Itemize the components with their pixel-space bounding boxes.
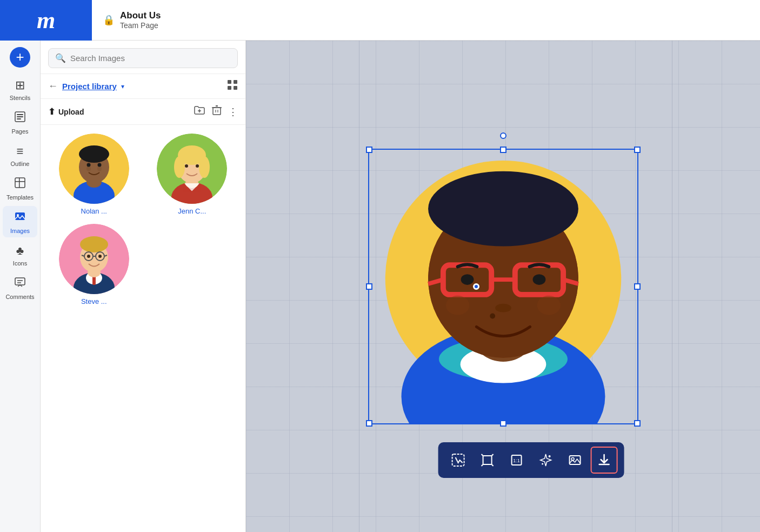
replace-image-button[interactable] <box>561 447 588 474</box>
svg-point-47 <box>80 236 108 252</box>
handle-top-right[interactable] <box>634 147 641 153</box>
images-grid: Nolan ... <box>41 125 245 314</box>
svg-point-73 <box>537 295 561 315</box>
svg-point-53 <box>87 255 90 258</box>
canvas-vline-2 <box>672 41 672 532</box>
library-panel: 🔍 ← Project library ▾ ⬆ Upload <box>41 41 246 532</box>
svg-point-71 <box>490 313 495 318</box>
search-input[interactable] <box>70 54 231 63</box>
library-dropdown-arrow[interactable]: ▾ <box>121 83 124 90</box>
jenn-thumb <box>157 134 227 204</box>
selection-border <box>368 149 638 424</box>
new-folder-button[interactable] <box>194 104 205 119</box>
upload-button[interactable]: ⬆ Upload <box>48 107 84 117</box>
handle-top-left[interactable] <box>366 147 372 153</box>
stencils-icon: ⊞ <box>15 78 25 92</box>
handle-middle-left[interactable] <box>366 283 372 290</box>
canvas-selected-image[interactable] <box>368 149 638 424</box>
sidebar-item-icons[interactable]: ♣ Icons <box>3 240 37 270</box>
handle-rotate[interactable] <box>500 132 506 139</box>
svg-point-31 <box>97 163 101 167</box>
svg-point-68 <box>461 274 474 285</box>
sidebar-item-outline[interactable]: ≡ Outline <box>3 140 37 170</box>
upload-bar: ⬆ Upload ⋮ <box>41 99 245 125</box>
handle-middle-right[interactable] <box>634 283 641 290</box>
back-button[interactable]: ← <box>48 81 58 92</box>
canvas-toolbar: 1:1 <box>438 442 624 478</box>
svg-text:1:1: 1:1 <box>513 458 520 463</box>
crop-button[interactable] <box>474 447 501 474</box>
svg-line-79 <box>491 454 493 456</box>
svg-line-76 <box>481 454 483 456</box>
svg-point-27 <box>79 145 109 163</box>
handle-top-center[interactable] <box>500 147 506 153</box>
search-bar-container: 🔍 <box>41 41 245 74</box>
plus-icon: + <box>16 50 24 64</box>
upload-label: Upload <box>58 108 84 116</box>
smart-select-button[interactable] <box>444 447 471 474</box>
canvas-avatar-svg <box>369 150 637 423</box>
sidebar-item-pages[interactable]: Pages <box>3 107 37 138</box>
comments-icon <box>14 276 26 291</box>
handle-bottom-center[interactable] <box>500 420 506 427</box>
canvas-area: 1:1 <box>246 41 760 532</box>
svg-point-69 <box>532 274 545 285</box>
pages-icon <box>14 111 26 126</box>
svg-rect-13 <box>234 80 237 84</box>
add-button[interactable]: + <box>10 47 30 68</box>
top-bar: m 🔒 About Us Team Page <box>0 0 760 41</box>
nolan-thumb <box>59 134 129 204</box>
templates-icon <box>14 177 26 192</box>
svg-point-62 <box>428 171 578 246</box>
svg-rect-12 <box>228 80 231 84</box>
list-item[interactable]: Jenn C... <box>148 134 237 215</box>
list-item[interactable]: Nolan ... <box>49 134 139 215</box>
svg-rect-75 <box>483 456 491 464</box>
sidebar-item-templates[interactable]: Templates <box>3 172 37 204</box>
library-header: ← Project library ▾ <box>41 74 245 99</box>
grid-view-button[interactable] <box>227 79 238 93</box>
icons-icon: ♣ <box>16 244 24 258</box>
svg-point-38 <box>199 156 210 178</box>
page-subtitle: Team Page <box>120 21 161 30</box>
svg-rect-9 <box>15 278 25 285</box>
handle-bottom-right[interactable] <box>634 420 641 427</box>
download-button[interactable] <box>590 447 617 474</box>
magic-button[interactable] <box>532 447 559 474</box>
svg-rect-5 <box>15 181 25 182</box>
svg-rect-3 <box>17 118 21 119</box>
logo-area: m <box>0 0 92 41</box>
upload-icon: ⬆ <box>48 107 55 117</box>
sidebar-item-stencils[interactable]: ⊞ Stencils <box>3 74 37 104</box>
svg-line-78 <box>481 464 483 466</box>
ratio-button[interactable]: 1:1 <box>503 447 530 474</box>
library-title[interactable]: Project library <box>62 82 117 91</box>
header-titles: About Us Team Page <box>120 10 161 30</box>
more-options-button[interactable]: ⋮ <box>228 106 238 118</box>
project-title: About Us <box>120 10 161 21</box>
header-info: 🔒 About Us Team Page <box>92 10 161 30</box>
icons-label: Icons <box>13 260 27 267</box>
search-icon: 🔍 <box>55 53 66 63</box>
svg-line-77 <box>491 464 493 466</box>
stencils-label: Stencils <box>10 95 31 101</box>
svg-point-72 <box>445 295 469 315</box>
sidebar-icons: + ⊞ Stencils Pages ≡ Outline Templates <box>0 41 41 532</box>
comments-label: Comments <box>5 294 34 300</box>
sidebar-item-comments[interactable]: Comments <box>3 272 37 303</box>
svg-rect-14 <box>228 86 231 90</box>
pages-label: Pages <box>11 128 28 135</box>
handle-bottom-left[interactable] <box>366 420 372 427</box>
steve-thumb <box>59 224 129 294</box>
svg-point-82 <box>548 455 550 457</box>
svg-rect-1 <box>17 114 23 115</box>
handle-center[interactable] <box>473 283 479 290</box>
list-item[interactable]: Steve ... <box>49 224 139 305</box>
sidebar-item-images[interactable]: Images <box>3 206 37 237</box>
delete-button[interactable] <box>211 104 223 119</box>
main-area: + ⊞ Stencils Pages ≡ Outline Templates <box>0 41 760 532</box>
svg-rect-2 <box>17 116 23 117</box>
svg-rect-84 <box>569 456 580 464</box>
svg-rect-4 <box>15 178 25 188</box>
svg-rect-15 <box>234 86 237 90</box>
